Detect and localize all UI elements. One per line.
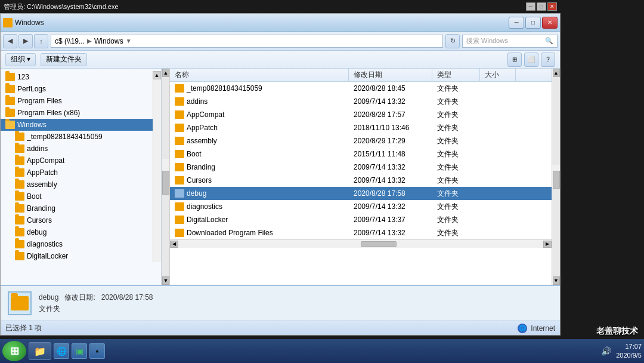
taskbar-green-app[interactable]: ▣: [72, 343, 87, 359]
file-row[interactable]: DigitalLocker 2009/7/14 13:37 文件夹: [170, 213, 552, 226]
file-row[interactable]: assembly 2020/8/29 17:29 文件夹: [170, 134, 552, 147]
view-mode-button[interactable]: ⊞: [507, 53, 522, 67]
folder-icon: [15, 204, 24, 213]
sidebar-item-digitallocker[interactable]: DigitalLocker: [1, 250, 161, 262]
file-row[interactable]: Cursors 2009/7/14 13:32 文件夹: [170, 174, 552, 187]
file-date: 2009/7/14 13:32: [349, 97, 432, 106]
cmd-close[interactable]: ✕: [547, 2, 557, 11]
sidebar-label: AppPatch: [27, 168, 58, 177]
sidebar-label: Branding: [27, 204, 55, 213]
file-type: 文件夹: [432, 136, 480, 146]
file-row[interactable]: addins 2009/7/14 13:32 文件夹: [170, 95, 552, 108]
organize-button[interactable]: 组织 ▾: [5, 53, 36, 66]
preview-pane-button[interactable]: ⬜: [524, 53, 538, 67]
folder-icon: [175, 202, 184, 211]
sidebar-item-programfiles86[interactable]: Program Files (x86): [1, 107, 161, 119]
preview-name: debug 修改日期: 2020/8/28 17:58: [39, 292, 153, 303]
file-name: AppPatch: [170, 124, 349, 132]
start-button[interactable]: ⊞: [2, 341, 26, 361]
file-type: 文件夹: [432, 189, 480, 199]
sidebar-item-branding[interactable]: Branding: [1, 202, 161, 214]
sidebar-item-diagnostics[interactable]: diagnostics: [1, 238, 161, 250]
sidebar-item-cursors[interactable]: Cursors: [1, 214, 161, 226]
cmd-minimize[interactable]: ─: [526, 2, 535, 11]
title-left: Windows: [3, 18, 44, 27]
sidebar-item-assembly[interactable]: assembly: [1, 179, 161, 190]
file-row[interactable]: _temp08281843415059 2020/8/28 18:45 文件夹: [170, 82, 552, 95]
col-header-name[interactable]: 名称: [170, 69, 349, 81]
cmd-restore[interactable]: □: [537, 2, 546, 11]
right-panel: [561, 0, 644, 363]
taskbar-chrome-icon: 🌐: [57, 346, 67, 356]
file-name: Boot: [170, 150, 349, 158]
clock-time: 17:07: [616, 342, 642, 351]
sidebar-item-apppatch[interactable]: AppPatch: [1, 167, 161, 179]
horizontal-scrollbar[interactable]: ◀ ▶: [170, 239, 552, 248]
search-box[interactable]: 搜索 Windows 🔍: [462, 35, 558, 48]
new-folder-label: 新建文件夹: [46, 54, 82, 64]
file-name: diagnostics: [170, 202, 349, 211]
sidebar-label: debug: [27, 228, 47, 236]
sidebar-item-programfiles[interactable]: Program Files: [1, 95, 161, 107]
refresh-button[interactable]: ↻: [445, 34, 460, 48]
col-header-date[interactable]: 修改日期: [349, 69, 432, 81]
back-button[interactable]: ◀: [3, 34, 17, 48]
folder-icon: [5, 109, 15, 117]
file-type: 文件夹: [432, 110, 480, 120]
help-button[interactable]: ?: [541, 53, 555, 67]
preview-icon-box: [8, 291, 32, 315]
col-header-size[interactable]: 大小: [480, 69, 516, 81]
taskbar-black-app[interactable]: ▪: [89, 343, 105, 359]
minimize-button[interactable]: ─: [509, 17, 524, 29]
new-folder-button[interactable]: 新建文件夹: [41, 53, 87, 66]
path-arrow1: ▶: [87, 38, 92, 44]
taskbar-explorer[interactable]: 📁: [29, 342, 51, 360]
speaker-icon[interactable]: 🔊: [601, 346, 611, 356]
hscroll-thumb[interactable]: [361, 241, 397, 247]
sidebar-scrollbar[interactable]: ▲ ▼: [162, 69, 170, 285]
taskbar-chrome[interactable]: 🌐: [54, 343, 69, 359]
forward-button[interactable]: ▶: [18, 34, 33, 48]
col-name-label: 名称: [175, 70, 189, 80]
address-path[interactable]: c$ (\\19... ▶ Windows ▼: [51, 35, 443, 48]
taskbar-black-icon: ▪: [96, 346, 99, 356]
sidebar-item-123[interactable]: 123: [1, 71, 161, 83]
filelist-scrollbar[interactable]: ▲ ▼: [552, 69, 560, 285]
sidebar-item-addins[interactable]: addins: [1, 143, 161, 155]
taskbar-folder-icon: 📁: [34, 346, 46, 357]
sidebar-label: AppCompat: [27, 156, 64, 165]
window-title: Windows: [15, 19, 44, 27]
hscroll-track: [178, 241, 543, 248]
file-row[interactable]: Downloaded Program Files 2009/7/14 13:32…: [170, 226, 552, 239]
sidebar-item-temp[interactable]: _temp08281843415059: [1, 131, 161, 143]
file-row[interactable]: AppCompat 2020/8/28 17:57 文件夹: [170, 108, 552, 121]
file-type: 文件夹: [432, 228, 480, 238]
file-row[interactable]: AppPatch 2018/11/10 13:46 文件夹: [170, 121, 552, 134]
folder-icon: [15, 133, 24, 141]
sidebar-label: DigitalLocker: [27, 252, 68, 260]
file-row[interactable]: Branding 2009/7/14 13:32 文件夹: [170, 161, 552, 174]
close-button[interactable]: ✕: [542, 17, 558, 29]
sidebar-item-windows[interactable]: Windows: [1, 119, 161, 131]
file-row-debug[interactable]: debug 2020/8/28 17:58 文件夹: [170, 187, 552, 200]
folder-icon: [175, 229, 184, 237]
explorer-window: Windows ─ □ ✕ ◀ ▶ ↑ c$ (\\19... ▶ Window…: [0, 13, 561, 336]
file-list: 名称 修改日期 类型 大小 _temp08281843415059 2020: [170, 69, 552, 285]
col-header-type[interactable]: 类型: [432, 69, 480, 81]
path-current: Windows: [94, 37, 123, 45]
file-type: 文件夹: [432, 162, 480, 173]
title-bar: Windows ─ □ ✕: [1, 14, 560, 32]
folder-icon: [175, 176, 184, 184]
cmd-window: 管理员: C:\Windows\system32\cmd.exe ─ □ ✕: [0, 0, 561, 13]
file-row[interactable]: Boot 2015/1/11 11:48 文件夹: [170, 147, 552, 161]
restore-button[interactable]: □: [525, 17, 541, 29]
file-row[interactable]: diagnostics 2009/7/14 13:32 文件夹: [170, 200, 552, 213]
sidebar-item-perflogs[interactable]: PerfLogs: [1, 83, 161, 95]
sidebar-item-appcompat[interactable]: AppCompat: [1, 155, 161, 167]
up-button[interactable]: ↑: [34, 34, 48, 48]
sidebar-item-boot[interactable]: Boot: [1, 190, 161, 202]
sidebar-item-debug[interactable]: debug: [1, 226, 161, 238]
internet-icon: 🌐: [518, 324, 527, 333]
file-type: 文件夹: [432, 215, 480, 225]
window-controls: ─ □ ✕: [509, 17, 558, 29]
